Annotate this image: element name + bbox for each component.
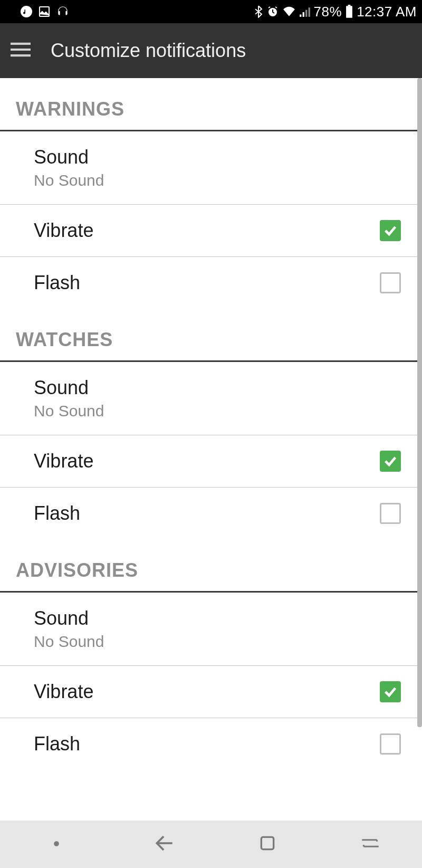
warnings-flash-row[interactable]: Flash bbox=[0, 257, 422, 309]
watches-sound-row[interactable]: Sound No Sound bbox=[0, 362, 422, 435]
system-nav-bar bbox=[0, 821, 422, 868]
image-icon bbox=[38, 5, 51, 18]
svg-rect-4 bbox=[302, 12, 304, 17]
row-label: Sound bbox=[34, 607, 104, 629]
headphones-icon bbox=[56, 5, 70, 18]
wifi-icon bbox=[282, 6, 296, 17]
bluetooth-icon bbox=[254, 5, 263, 18]
hamburger-icon[interactable] bbox=[11, 42, 31, 60]
status-right: 78% 12:37 AM bbox=[254, 4, 417, 20]
svg-point-0 bbox=[21, 6, 32, 17]
advisories-vibrate-row[interactable]: Vibrate bbox=[0, 666, 422, 718]
battery-percent: 78% bbox=[314, 4, 342, 20]
checkbox-unchecked-icon[interactable] bbox=[380, 733, 401, 755]
row-sublabel: No Sound bbox=[34, 633, 104, 651]
row-label: Flash bbox=[34, 733, 80, 755]
app-bar: Customize notifications bbox=[0, 23, 422, 78]
advisories-sound-row[interactable]: Sound No Sound bbox=[0, 593, 422, 666]
row-label: Flash bbox=[34, 272, 80, 294]
page-title: Customize notifications bbox=[51, 40, 246, 62]
row-label: Flash bbox=[34, 502, 80, 524]
svg-rect-3 bbox=[300, 15, 301, 17]
advisories-flash-row[interactable]: Flash bbox=[0, 718, 422, 765]
svg-rect-15 bbox=[261, 837, 273, 849]
warnings-sound-row[interactable]: Sound No Sound bbox=[0, 131, 422, 205]
watches-vibrate-row[interactable]: Vibrate bbox=[0, 435, 422, 488]
row-label: Vibrate bbox=[34, 220, 93, 242]
section-header-watches: WATCHES bbox=[0, 309, 422, 362]
music-icon bbox=[20, 5, 33, 18]
row-sublabel: No Sound bbox=[34, 171, 104, 189]
warnings-vibrate-row[interactable]: Vibrate bbox=[0, 205, 422, 257]
section-header-warnings: WARNINGS bbox=[0, 78, 422, 131]
checkbox-unchecked-icon[interactable] bbox=[380, 272, 401, 293]
recents-icon[interactable] bbox=[359, 833, 382, 856]
nav-dot-icon bbox=[41, 840, 72, 849]
settings-list: WARNINGS Sound No Sound Vibrate Flash WA… bbox=[0, 78, 422, 821]
checkbox-unchecked-icon[interactable] bbox=[380, 503, 401, 524]
battery-icon bbox=[345, 5, 353, 18]
checkbox-checked-icon[interactable] bbox=[380, 451, 401, 472]
row-sublabel: No Sound bbox=[34, 402, 104, 420]
checkbox-checked-icon[interactable] bbox=[380, 220, 401, 241]
row-label: Sound bbox=[34, 146, 104, 168]
svg-rect-6 bbox=[308, 7, 310, 17]
status-left bbox=[5, 5, 70, 18]
svg-rect-8 bbox=[348, 5, 351, 6]
clock-text: 12:37 AM bbox=[357, 4, 417, 20]
row-label: Vibrate bbox=[34, 450, 93, 472]
svg-rect-5 bbox=[305, 10, 307, 17]
checkbox-checked-icon[interactable] bbox=[380, 681, 401, 702]
back-icon[interactable] bbox=[153, 832, 176, 857]
row-label: Vibrate bbox=[34, 681, 93, 703]
status-bar: 78% 12:37 AM bbox=[0, 0, 422, 23]
home-icon[interactable] bbox=[257, 833, 278, 856]
watches-flash-row[interactable]: Flash bbox=[0, 488, 422, 539]
signal-icon bbox=[299, 6, 311, 17]
section-header-advisories: ADVISORIES bbox=[0, 539, 422, 593]
row-label: Sound bbox=[34, 377, 104, 399]
svg-point-13 bbox=[54, 841, 59, 846]
alarm-icon bbox=[266, 5, 279, 18]
scrollbar-thumb[interactable] bbox=[417, 78, 422, 727]
